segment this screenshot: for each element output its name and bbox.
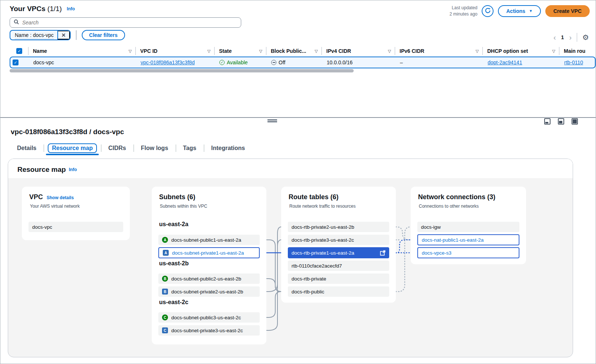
panel-full-icon[interactable] (572, 118, 578, 125)
subnets-column-title: Subnets (6) (159, 193, 259, 201)
tab-tags[interactable]: Tags (176, 142, 204, 154)
tab-integrations[interactable]: Integrations (204, 142, 253, 154)
filter-token[interactable]: Name : docs-vpc ✕ (10, 30, 71, 40)
info-link[interactable]: Info (67, 6, 75, 11)
aws-vpc-console: { "header": { "title": "Your VPCs", "cou… (0, 0, 596, 364)
pagination: ‹ 1 › ⚙ (553, 33, 589, 42)
col-header-main-route: Main rou (559, 47, 596, 55)
table-settings-button[interactable]: ⚙ (582, 34, 589, 41)
filter-token-label: Name : docs-vpc (10, 31, 57, 40)
panel-half-icon[interactable] (558, 118, 564, 125)
chevron-left-icon: ‹ (553, 33, 556, 41)
refresh-icon (485, 7, 491, 15)
panel-small-icon[interactable] (544, 118, 550, 125)
caret-down-icon: ▼ (529, 9, 533, 13)
public-subnet-badge: B (162, 276, 168, 282)
filter-icon[interactable]: ▽ (552, 49, 555, 54)
filter-icon[interactable]: ▽ (388, 49, 391, 54)
network-connections-column-subtitle: Connections to other networks (418, 204, 519, 209)
page-title-text: Your VPCs (10, 5, 46, 13)
filter-icon[interactable]: ▽ (315, 49, 318, 54)
cell-ipv6-cidr: – (395, 59, 483, 65)
route-table-item[interactable]: rtb-0110cface2acecfd7 (288, 261, 389, 271)
vpc-list-panel: Your VPCs (1/1) Info Last updated 2 minu… (0, 0, 596, 118)
next-page-button[interactable]: › (569, 34, 572, 41)
detail-tabs: Details Resource map CIDRs Flow logs Tag… (10, 142, 252, 154)
network-connections-column-title: Network connections (3) (418, 193, 519, 201)
vpc-item[interactable]: docs-vpc (28, 222, 123, 232)
vpc-id-link[interactable]: vpc-018f086a13f3c3f8d (141, 59, 195, 65)
subnets-column: Subnets (6) Subnets within this VPC us-e… (152, 187, 266, 344)
scrollbar-thumb[interactable] (10, 69, 354, 72)
close-icon: ✕ (61, 32, 66, 38)
show-details-link[interactable]: Show details (47, 195, 74, 200)
public-subnet-badge: C (162, 314, 168, 320)
private-subnet-badge: A (163, 250, 169, 256)
network-connections-column: Network connections (3) Connections to o… (411, 187, 526, 264)
filter-icon[interactable]: ▽ (259, 49, 262, 54)
route-table-item[interactable]: docs-rtb-public (288, 286, 389, 297)
route-tables-column-title: Route tables (6) (289, 193, 388, 201)
subnet-item[interactable]: B docs-subnet-private2-us-east-2b (158, 286, 260, 297)
dhcp-option-set-link[interactable]: dopt-2ac94141 (488, 59, 522, 65)
route-tables-column: Route tables (6) Route network traffic t… (281, 187, 396, 303)
prev-page-button[interactable]: ‹ (553, 34, 556, 41)
check-icon: ✓ (14, 60, 17, 65)
col-header-state: State▽ (214, 47, 266, 55)
route-table-item-selected[interactable]: docs-rtb-private1-us-east-2a (288, 247, 389, 258)
list-header: Your VPCs (1/1) Info Last updated 2 minu… (10, 5, 590, 17)
connection-item-highlighted[interactable]: docs-vpce-s3 (417, 247, 519, 258)
search-input[interactable] (22, 20, 237, 25)
route-table-item[interactable]: docs-rtb-private (288, 273, 389, 284)
tab-details[interactable]: Details (10, 142, 44, 154)
pagination-divider (577, 33, 577, 42)
col-header-ipv4-cidr: IPv4 CIDR▽ (321, 47, 395, 55)
subnet-item[interactable]: C docs-subnet-private3-us-east-2c (158, 325, 260, 336)
col-header-block-public: Block Public...▽ (266, 47, 321, 55)
route-table-item[interactable]: docs-rtb-private2-us-east-2b (288, 222, 389, 232)
chevron-right-icon: › (569, 33, 572, 41)
resource-map-info-link[interactable]: Info (69, 167, 77, 172)
check-circle-icon: ✓ (219, 60, 225, 65)
az-heading: us-east-2b (159, 260, 189, 267)
search-box[interactable] (10, 17, 241, 28)
search-icon (14, 19, 19, 26)
subnet-item[interactable]: B docs-subnet-public2-us-east-2b (158, 273, 260, 284)
vpc-table: ✓ Name▽ VPC ID▽ State▽ Block Public...▽ … (10, 45, 596, 68)
off-circle-icon (271, 60, 276, 65)
route-table-item[interactable]: docs-rtb-private3-us-east-2c (288, 235, 389, 245)
actions-button[interactable]: Actions ▼ (498, 5, 541, 17)
state-available: ✓Available (219, 59, 248, 65)
subnet-item[interactable]: C docs-subnet-public3-us-east-2c (158, 312, 260, 323)
filter-icon[interactable]: ▽ (208, 49, 211, 54)
resource-map-header: Resource map Info (8, 159, 573, 178)
az-heading: us-east-2c (159, 299, 188, 306)
tab-flow-logs[interactable]: Flow logs (134, 142, 176, 154)
connection-item[interactable]: docs-igw (417, 222, 519, 232)
tab-cidrs[interactable]: CIDRs (101, 142, 134, 154)
select-all-checkbox[interactable]: ✓ (16, 48, 22, 54)
filter-icon[interactable]: ▽ (129, 49, 132, 54)
create-vpc-button[interactable]: Create VPC (545, 5, 590, 17)
row-checkbox[interactable]: ✓ (13, 59, 18, 65)
remove-filter-button[interactable]: ✕ (57, 31, 70, 40)
connection-item-highlighted[interactable]: docs-nat-public1-us-east-2a (417, 234, 519, 245)
subnet-item[interactable]: A docs-subnet-public1-us-east-2a (158, 235, 260, 245)
resource-map-canvas: VPC Show details Your AWS virtual networ… (8, 178, 573, 357)
vpc-column-title: VPC Show details (29, 193, 122, 201)
table-row[interactable]: ✓ docs-vpc vpc-018f086a13f3c3f8d ✓Availa… (10, 57, 596, 68)
filter-divider (76, 30, 77, 40)
split-drag-handle[interactable] (267, 119, 277, 122)
filter-icon[interactable]: ▽ (476, 49, 479, 54)
cell-ipv4-cidr: 10.0.0.0/16 (322, 59, 395, 65)
refresh-button[interactable] (482, 5, 494, 17)
clear-filters-button[interactable]: Clear filters (82, 30, 125, 40)
external-link-icon[interactable] (380, 250, 385, 256)
subnets-column-subtitle: Subnets within this VPC (159, 204, 259, 209)
vpc-column: VPC Show details Your AWS virtual networ… (22, 187, 130, 240)
col-header-ipv6-cidr: IPv6 CIDR▽ (395, 47, 482, 55)
vpc-column-subtitle: Your AWS virtual network (29, 204, 122, 209)
subnet-item-highlighted[interactable]: A docs-subnet-private1-us-east-2a (158, 247, 260, 258)
tab-resource-map[interactable]: Resource map (44, 142, 101, 154)
main-route-table-link[interactable]: rtb-0110 (564, 59, 583, 65)
